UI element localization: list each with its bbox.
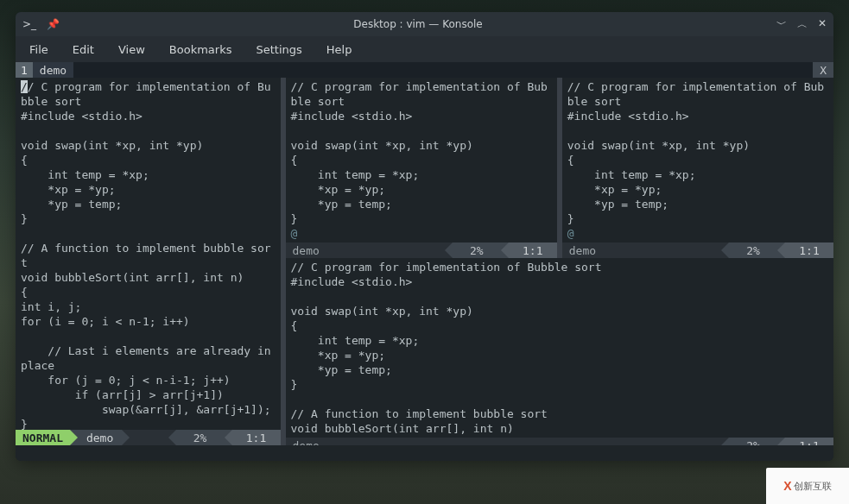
pane-left[interactable]: // C program for implementation of Bubbl…	[16, 78, 281, 445]
code-left[interactable]: // C program for implementation of Bubbl…	[16, 78, 281, 430]
menu-bookmarks[interactable]: Bookmarks	[169, 43, 232, 56]
maximize-button[interactable]: ︿	[797, 17, 808, 32]
status-percent: 2%	[176, 430, 225, 445]
tab-name[interactable]: demo	[33, 62, 73, 78]
pane-bottom[interactable]: // C program for implementation of Bubbl…	[286, 258, 834, 445]
close-button[interactable]: ✕	[818, 17, 827, 32]
tab-close[interactable]: X	[813, 62, 833, 78]
vim-tabline: 1 demo X	[16, 62, 833, 78]
code-top-right[interactable]: // C program for implementation of Bubbl…	[562, 78, 833, 243]
konsole-window: >_ 📌 Desktop : vim — Konsole ﹀ ︿ ✕ File …	[16, 12, 833, 461]
watermark: X创新互联	[766, 468, 849, 504]
window-title: Desktop : vim — Konsole	[60, 18, 776, 30]
pane-top-mid[interactable]: // C program for implementation of Bubbl…	[286, 78, 557, 258]
menu-edit[interactable]: Edit	[73, 43, 94, 56]
minimize-button[interactable]: ﹀	[776, 17, 787, 32]
terminal-icon: >_	[22, 18, 36, 30]
menubar: File Edit View Bookmarks Settings Help	[16, 36, 833, 62]
statusline-inactive: demo 2% 1:1	[562, 243, 833, 258]
menu-view[interactable]: View	[118, 43, 145, 56]
code-top-mid[interactable]: // C program for implementation of Bubbl…	[286, 78, 557, 243]
statusline-inactive: demo 2% 1:1	[286, 243, 557, 258]
code-bottom[interactable]: // C program for implementation of Bubbl…	[286, 258, 834, 438]
titlebar[interactable]: >_ 📌 Desktop : vim — Konsole ﹀ ︿ ✕	[16, 12, 833, 36]
menu-help[interactable]: Help	[326, 43, 352, 56]
menu-file[interactable]: File	[29, 43, 48, 56]
menu-settings[interactable]: Settings	[256, 43, 301, 56]
statusline-active: NORMAL demo 2% 1:1	[16, 430, 281, 445]
tab-index[interactable]: 1	[16, 62, 33, 78]
statusline-inactive: demo 2% 1:1	[286, 438, 834, 445]
tabline-space	[73, 62, 813, 78]
command-line[interactable]	[16, 445, 833, 461]
pin-icon[interactable]: 📌	[47, 18, 60, 30]
status-file: demo	[78, 430, 122, 445]
mode-indicator: NORMAL	[16, 430, 70, 445]
editor-area: // C program for implementation of Bubbl…	[16, 78, 833, 445]
status-pos: 1:1	[232, 430, 281, 445]
pane-top-right[interactable]: // C program for implementation of Bubbl…	[557, 78, 833, 258]
